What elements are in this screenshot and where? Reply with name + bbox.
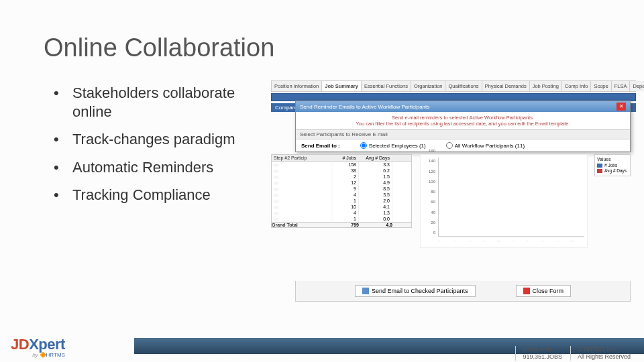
dialog-instructions: Send e-mail reminders to selected Active… (296, 112, 630, 129)
app-screenshot: Position Information Job Summary Essenti… (271, 80, 636, 302)
bullet-item: Stakeholders collaborate online (54, 84, 268, 121)
radio-all-participants[interactable]: All Workflow Participants (11) (446, 142, 525, 149)
logo: JDXpert by🔶HRTMS (11, 336, 65, 358)
footer-copyright: © HRTMS Inc. (578, 346, 631, 353)
footer-phone: 919.351.JOBS (523, 353, 562, 361)
tab[interactable]: Physical Demands (482, 81, 530, 91)
close-form-button[interactable]: Close Form (516, 285, 572, 297)
tab[interactable]: Position Information (272, 81, 322, 91)
footer-text: hrtms.com 919.351.JOBS © HRTMS Inc. All … (515, 346, 631, 361)
footer-site: hrtms.com (523, 346, 562, 353)
radio-selected-employees[interactable]: Selected Employees (1) (360, 142, 426, 149)
close-icon[interactable]: ✕ (616, 103, 626, 111)
dialog-title-text: Send Reminder Emails to Active Workflow … (300, 104, 429, 110)
send-to-label: Send Email to : (301, 143, 340, 149)
table-row[interactable]: —1583.3 (272, 162, 411, 168)
footer-rights: All Rights Reserved (578, 353, 631, 361)
dialog-titlebar: Send Reminder Emails to Active Workflow … (296, 101, 630, 112)
bullet-item: Tracking Compliance (54, 186, 268, 204)
chart-legend: Values # Jobs Avg # Days (594, 154, 631, 176)
send-to-row: Send Email to : Selected Employees (1) A… (296, 139, 630, 152)
tab[interactable]: Comp Info (562, 81, 592, 91)
reminder-dialog: Send Reminder Emails to Active Workflow … (295, 101, 631, 152)
table-header: Step #2 Particip # Jobs Avg # Days (272, 155, 411, 162)
bullet-item: Automatic Reminders (54, 158, 268, 177)
table-row[interactable]: —43.5 (272, 192, 411, 198)
table-row[interactable]: —386.2 (272, 168, 411, 174)
dialog-buttons: Send Email to Checked Participants Close… (295, 281, 631, 302)
mail-icon (362, 288, 369, 294)
tab-bar: Position Information Job Summary Essenti… (271, 80, 636, 92)
slide-title: Online Collaboration (44, 34, 274, 62)
participants-chart: 020406080100120140160 ………………………… (420, 154, 588, 248)
tab[interactable]: Organization (411, 81, 446, 91)
table-row[interactable]: —12.0 (272, 198, 411, 204)
close-icon (523, 288, 530, 294)
tab[interactable]: Scope (591, 81, 611, 91)
tab[interactable]: Job Summary (322, 81, 362, 91)
table-row[interactable]: —21.5 (272, 174, 411, 180)
table-row[interactable]: —104.1 (272, 204, 411, 210)
slide-footer: JDXpert by🔶HRTMS hrtms.com 919.351.JOBS … (0, 330, 644, 362)
tab[interactable]: Job Posting (530, 81, 562, 91)
participants-table: Step #2 Particip # Jobs Avg # Days —1583… (271, 154, 412, 228)
table-row[interactable]: —98.5 (272, 186, 411, 192)
table-row[interactable]: —124.9 (272, 180, 411, 186)
tab[interactable]: Essential Functions (362, 81, 411, 91)
tab[interactable]: Departmental Competencies (630, 81, 644, 91)
dialog-subheader: Select Participants to Receive E mail (296, 129, 630, 139)
table-row[interactable]: —41.3 (272, 210, 411, 216)
send-email-button[interactable]: Send Email to Checked Participants (355, 285, 476, 297)
table-total-row: Grand Total 799 4.0 (272, 222, 411, 227)
bullet-list: Stakeholders collaborate online Track-ch… (54, 84, 268, 214)
table-row[interactable]: —10.0 (272, 216, 411, 222)
bullet-item: Track-changes paradigm (54, 130, 268, 149)
tab[interactable]: FLSA (612, 81, 631, 91)
tab[interactable]: Qualifications (445, 81, 482, 91)
